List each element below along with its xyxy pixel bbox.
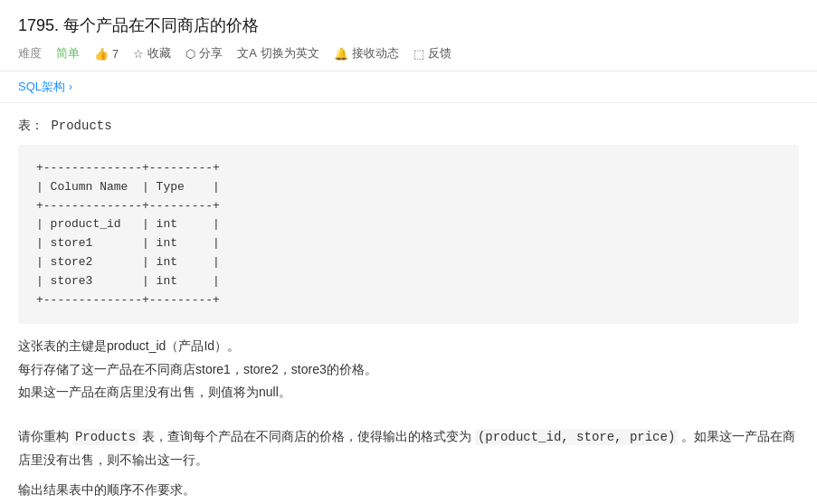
description: 这张表的主键是product_id（产品Id）。 每行存储了这一产品在不同商店s… [18, 335, 799, 404]
schema-code-block: +--------------+---------+ | Column Name… [18, 145, 799, 324]
breadcrumb: SQL架构 › [0, 71, 817, 103]
problem-text: 请你重构 Products 表，查询每个产品在不同商店的价格，使得输出的格式变为… [18, 429, 795, 467]
subscribe-label: 接收动态 [352, 45, 399, 62]
thumbs-up-icon: 👍 [94, 47, 109, 61]
section-divider [18, 407, 799, 425]
difficulty-value: 简单 [56, 45, 80, 62]
breadcrumb-link[interactable]: SQL架构 [18, 80, 65, 93]
star-icon: ☆ [133, 47, 144, 61]
collect-button[interactable]: ☆ 收藏 [133, 45, 171, 62]
problem-description: 请你重构 Products 表，查询每个产品在不同商店的价格，使得输出的格式变为… [18, 425, 799, 471]
collect-label: 收藏 [147, 45, 171, 62]
breadcrumb-separator: › [69, 80, 72, 93]
switch-language-label: 切换为英文 [261, 45, 319, 62]
feedback-icon: ⬚ [413, 47, 424, 61]
share-button[interactable]: ⬡ 分享 [185, 45, 223, 62]
table-name: Products [51, 119, 111, 133]
difficulty-label: 难度 [18, 45, 42, 62]
like-button[interactable]: 👍 7 [94, 47, 119, 61]
output-note: 输出结果表中的顺序不作要求。 [18, 479, 799, 501]
meta-row: 难度 简单 👍 7 ☆ 收藏 ⬡ 分享 文A 切换为英文 🔔 接收动态 ⬚ 反馈 [18, 45, 799, 62]
content: 表： Products +--------------+---------+ |… [0, 103, 817, 504]
feedback-button[interactable]: ⬚ 反馈 [413, 45, 451, 62]
feedback-label: 反馈 [428, 45, 451, 62]
bell-icon: 🔔 [334, 47, 348, 61]
table-label: 表： Products [18, 118, 799, 134]
description-line3: 如果这一产品在商店里没有出售，则值将为null。 [18, 381, 799, 404]
switch-language-button[interactable]: 文A 切换为英文 [237, 45, 319, 62]
description-line1: 这张表的主键是product_id（产品Id）。 [18, 335, 799, 357]
like-count: 7 [112, 47, 119, 61]
share-label: 分享 [199, 45, 223, 62]
share-icon: ⬡ [185, 47, 195, 61]
page-title: 1795. 每个产品在不同商店的价格 [18, 14, 799, 36]
subscribe-button[interactable]: 🔔 接收动态 [334, 45, 399, 62]
table-label-text: 表： [18, 119, 43, 133]
header: 1795. 每个产品在不同商店的价格 难度 简单 👍 7 ☆ 收藏 ⬡ 分享 文… [0, 0, 817, 71]
translate-icon: 文A [237, 45, 257, 62]
description-line2: 每行存储了这一产品在不同商店store1，store2，store3的价格。 [18, 358, 799, 381]
